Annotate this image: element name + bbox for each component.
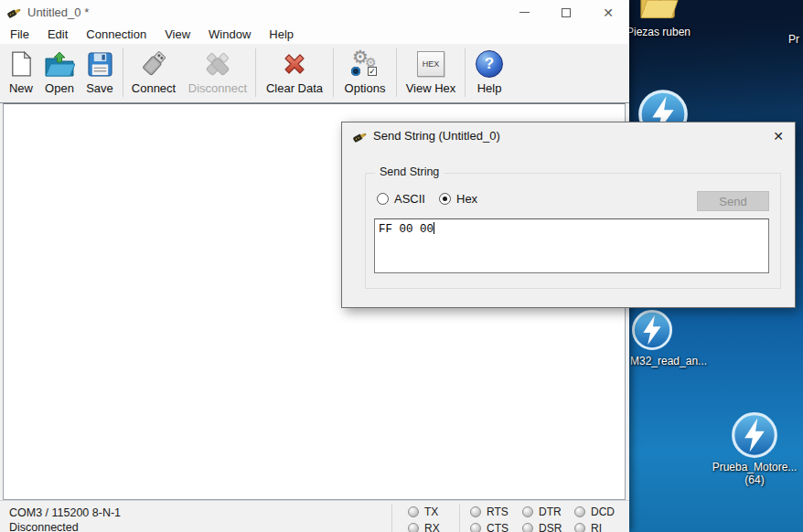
status-connection-state: Disconnected: [9, 521, 79, 532]
new-file-icon: [10, 48, 32, 80]
status-port-settings: COM3 / 115200 8-N-1: [9, 506, 121, 519]
view-hex-button[interactable]: HEX View Hex: [399, 47, 463, 102]
dialog-title-bar: Send String (Untitled_0) ✕: [342, 122, 795, 150]
groupbox-label: Send String: [375, 165, 444, 178]
toolbar-separator: [255, 48, 256, 97]
radio-circle-icon: [439, 193, 451, 205]
radio-label: ASCII: [394, 192, 425, 206]
clear-data-button[interactable]: Clear Data: [258, 47, 331, 102]
options-gears-icon: ⚙⚙ ✓: [349, 48, 380, 80]
menu-connection[interactable]: Connection: [77, 26, 155, 43]
hex-radio[interactable]: Hex: [439, 192, 477, 206]
menu-bar: File Edit Connection View Window Help: [0, 25, 629, 44]
close-button[interactable]: ✕: [587, 0, 629, 25]
tx-led: [408, 506, 419, 517]
toolbar-separator: [396, 48, 397, 97]
close-icon: ✕: [603, 6, 614, 19]
disconnect-button[interactable]: Disconnect: [182, 47, 253, 102]
led-group-dcd-ri: DCD RI: [574, 505, 615, 532]
options-radio-glyph: [351, 67, 360, 76]
open-button[interactable]: Open: [40, 47, 79, 102]
help-question-icon: ?: [476, 48, 503, 80]
folder-icon: [637, 0, 680, 24]
maximize-icon: [562, 8, 571, 17]
input-value: FF 00 00: [379, 223, 434, 236]
toolbar: New Open Save: [0, 44, 629, 103]
ri-led: [574, 523, 585, 532]
send-string-dialog: Send String (Untitled_0) ✕ Send String A…: [341, 122, 796, 308]
open-folder-icon: [44, 48, 75, 80]
menu-edit[interactable]: Edit: [38, 26, 77, 43]
close-icon: ✕: [773, 129, 784, 144]
led-group-rts-cts: RTS CTS: [470, 505, 509, 532]
menu-file[interactable]: File: [1, 26, 38, 43]
text-caret: [434, 222, 434, 234]
status-separator: [459, 505, 460, 532]
hex-button-icon: HEX: [417, 48, 444, 80]
send-button[interactable]: Send: [697, 191, 769, 211]
minimize-button[interactable]: [503, 0, 545, 25]
desktop-icon-label: M32_read_an...: [630, 355, 722, 367]
toolbar-separator: [333, 48, 334, 97]
menu-window[interactable]: Window: [199, 26, 260, 43]
help-button[interactable]: ? Help: [467, 47, 511, 102]
desktop-icon-sublabel: (64): [695, 473, 803, 486]
led-group-dtr-dsr: DTR DSR: [522, 505, 562, 532]
ascii-radio[interactable]: ASCII: [377, 192, 425, 206]
rx-led: [408, 523, 419, 532]
clear-data-x-icon: [280, 48, 309, 80]
app-connector-icon: [7, 5, 22, 19]
options-check-glyph: ✓: [368, 67, 377, 76]
desktop-icon-label: Prueba_Motore...: [695, 461, 803, 473]
lightning-icon: [731, 411, 778, 459]
dialog-close-button[interactable]: ✕: [770, 128, 787, 144]
dsr-led: [522, 523, 533, 532]
led-group-txrx: TX RX: [408, 505, 440, 532]
desktop-icon-pr-cutoff[interactable]: Pr: [788, 33, 803, 46]
desktop-icon-label: Pr: [788, 33, 803, 46]
minimize-icon: [519, 12, 530, 13]
cts-led: [470, 523, 481, 532]
rts-led: [470, 506, 481, 517]
menu-help[interactable]: Help: [260, 26, 303, 43]
send-string-input[interactable]: FF 00 00: [374, 218, 769, 273]
toolbar-separator: [123, 48, 123, 97]
maximize-button[interactable]: [545, 0, 587, 25]
usb-connect-icon: [139, 48, 168, 80]
window-title: Untitled_0 *: [27, 0, 89, 25]
menu-view[interactable]: View: [155, 26, 199, 43]
dtr-led: [522, 506, 533, 517]
save-floppy-icon: [87, 48, 113, 80]
lightning-icon: [631, 309, 673, 351]
status-bar: COM3 / 115200 8-N-1 Disconnected TX RX R…: [0, 500, 629, 532]
status-separator: [391, 505, 392, 532]
options-button[interactable]: ⚙⚙ ✓ Options: [336, 47, 394, 102]
dialog-title: Send String (Untitled_0): [373, 122, 500, 150]
save-button[interactable]: Save: [79, 47, 121, 102]
send-string-groupbox: Send String ASCII Hex Send FF 00 00: [365, 173, 781, 289]
new-button[interactable]: New: [2, 47, 40, 102]
radio-circle-icon: [377, 193, 389, 205]
radio-label: Hex: [456, 192, 477, 206]
app-connector-icon: [353, 129, 368, 144]
desktop-icon-m32-read[interactable]: M32_read_an...: [630, 309, 722, 367]
toolbar-separator: [465, 48, 466, 97]
title-bar: Untitled_0 * ✕: [0, 0, 629, 25]
usb-disconnect-icon: [203, 48, 232, 80]
desktop-icon-prueba-motores[interactable]: Prueba_Motore... (64): [695, 411, 803, 486]
window-controls: ✕: [503, 0, 629, 25]
dcd-led: [574, 506, 585, 517]
connect-button[interactable]: Connect: [125, 47, 182, 102]
